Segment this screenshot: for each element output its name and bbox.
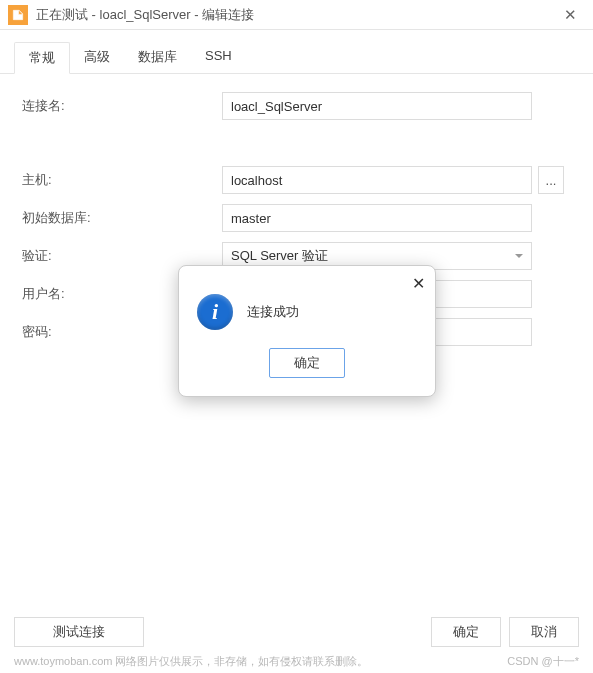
titlebar: 正在测试 - loacl_SqlServer - 编辑连接 ✕ <box>0 0 593 30</box>
result-dialog: ✕ i 连接成功 确定 <box>178 265 436 397</box>
watermark-right: CSDN @十一* <box>507 654 579 669</box>
dialog-footer: 确定 <box>189 338 425 386</box>
watermark-left: www.toymoban.com 网络图片仅供展示，非存储，如有侵权请联系删除。 <box>14 654 368 669</box>
footer: 测试连接 确定 取消 <box>0 617 593 647</box>
tab-bar: 常规 高级 数据库 SSH <box>0 30 593 74</box>
test-connection-button[interactable]: 测试连接 <box>14 617 144 647</box>
dialog-ok-button[interactable]: 确定 <box>269 348 345 378</box>
row-spacer <box>22 130 571 156</box>
dialog-close-button[interactable]: ✕ <box>412 274 425 293</box>
host-more-button[interactable]: ... <box>538 166 564 194</box>
tab-advanced[interactable]: 高级 <box>70 42 124 73</box>
ok-button[interactable]: 确定 <box>431 617 501 647</box>
window-title: 正在测试 - loacl_SqlServer - 编辑连接 <box>36 6 555 24</box>
info-icon: i <box>197 294 233 330</box>
row-initial-db: 初始数据库: <box>22 204 571 232</box>
initial-db-input[interactable] <box>222 204 532 232</box>
footer-spacer <box>152 617 423 647</box>
host-label: 主机: <box>22 171 222 189</box>
cancel-button[interactable]: 取消 <box>509 617 579 647</box>
watermark: www.toymoban.com 网络图片仅供展示，非存储，如有侵权请联系删除。… <box>14 654 579 669</box>
tab-database[interactable]: 数据库 <box>124 42 191 73</box>
connection-name-label: 连接名: <box>22 97 222 115</box>
row-connection-name: 连接名: <box>22 92 571 120</box>
dialog-body: i 连接成功 <box>189 276 425 338</box>
row-host: 主机: ... <box>22 166 571 194</box>
window-close-button[interactable]: ✕ <box>555 6 585 24</box>
auth-select-value: SQL Server 验证 <box>231 247 328 265</box>
tab-general[interactable]: 常规 <box>14 42 70 74</box>
app-icon <box>8 5 28 25</box>
tab-ssh[interactable]: SSH <box>191 42 246 73</box>
connection-name-input[interactable] <box>222 92 532 120</box>
initial-db-label: 初始数据库: <box>22 209 222 227</box>
auth-label: 验证: <box>22 247 222 265</box>
host-input[interactable] <box>222 166 532 194</box>
dialog-message: 连接成功 <box>247 303 299 321</box>
